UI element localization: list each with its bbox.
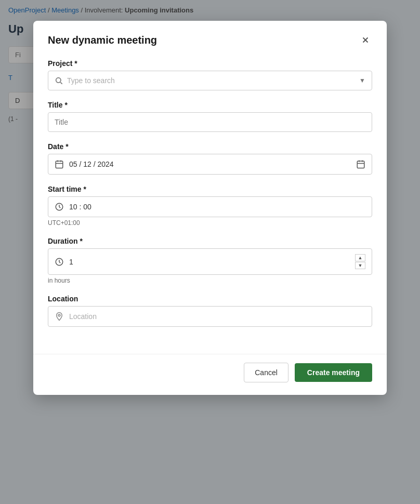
- duration-stepper: ▲ ▼: [355, 254, 365, 269]
- location-pin-icon: [55, 312, 64, 321]
- dropdown-arrow-icon: ▼: [359, 77, 365, 84]
- modal-overlay: New dynamic meeting Project *: [0, 0, 420, 504]
- start-time-label: Start time *: [48, 185, 372, 193]
- duration-decrement-button[interactable]: ▼: [355, 262, 365, 269]
- duration-value: 1: [69, 258, 73, 266]
- svg-point-2: [56, 78, 61, 83]
- date-left: 05 / 12 / 2024: [55, 160, 114, 169]
- clock-icon: [55, 202, 64, 211]
- start-time-input[interactable]: 10 : 00: [48, 196, 372, 217]
- search-icon: [55, 76, 63, 85]
- project-label: Project *: [48, 59, 372, 68]
- timezone-text: UTC+01:00: [48, 219, 372, 227]
- title-input[interactable]: [48, 112, 372, 132]
- duration-field-group: Duration * 1 ▲ ▼ i: [48, 237, 372, 284]
- modal-title: New dynamic meeting: [48, 34, 157, 46]
- modal-footer: Cancel Create meeting: [33, 354, 387, 395]
- date-field-group: Date * 05 / 12 / 2024: [48, 142, 372, 175]
- start-time-field-group: Start time * 10 : 00 UTC+01:00: [48, 185, 372, 227]
- cancel-button[interactable]: Cancel: [244, 363, 288, 382]
- title-required-star: *: [64, 101, 67, 109]
- create-meeting-button[interactable]: Create meeting: [295, 363, 372, 382]
- location-label: Location: [48, 295, 372, 303]
- location-field-group: Location Location: [48, 295, 372, 327]
- duration-clock-icon: [55, 257, 64, 267]
- duration-label: Duration *: [48, 237, 372, 245]
- title-label: Title *: [48, 101, 372, 109]
- modal-header: New dynamic meeting: [33, 21, 387, 55]
- date-required-star: *: [65, 142, 68, 151]
- close-icon: [361, 35, 370, 45]
- project-select-left: Type to search: [55, 76, 115, 85]
- project-placeholder: Type to search: [67, 76, 115, 85]
- date-label: Date *: [48, 142, 372, 151]
- title-field-group: Title *: [48, 101, 372, 132]
- location-placeholder: Location: [69, 312, 97, 321]
- duration-left: 1: [55, 257, 73, 267]
- svg-rect-8: [357, 161, 364, 168]
- location-input[interactable]: Location: [48, 306, 372, 327]
- duration-input[interactable]: 1 ▲ ▼: [48, 248, 372, 275]
- new-meeting-modal: New dynamic meeting Project *: [33, 21, 387, 395]
- calendar-right-icon: [356, 160, 365, 169]
- duration-helper-text: in hours: [48, 277, 372, 284]
- project-field-group: Project * Type to search ▼: [48, 59, 372, 90]
- date-value: 05 / 12 / 2024: [69, 160, 114, 168]
- project-select[interactable]: Type to search ▼: [48, 71, 372, 90]
- svg-rect-4: [56, 161, 63, 168]
- date-input[interactable]: 05 / 12 / 2024: [48, 154, 372, 175]
- svg-point-14: [58, 314, 60, 316]
- duration-increment-button[interactable]: ▲: [355, 254, 365, 261]
- svg-line-3: [60, 82, 62, 84]
- calendar-icon: [55, 160, 64, 169]
- project-required-star: *: [74, 59, 77, 68]
- close-button[interactable]: [359, 33, 372, 47]
- modal-body: Project * Type to search ▼: [33, 55, 387, 350]
- start-time-value: 10 : 00: [69, 203, 91, 211]
- duration-required-star: *: [80, 237, 82, 245]
- start-time-required-star: *: [83, 185, 86, 193]
